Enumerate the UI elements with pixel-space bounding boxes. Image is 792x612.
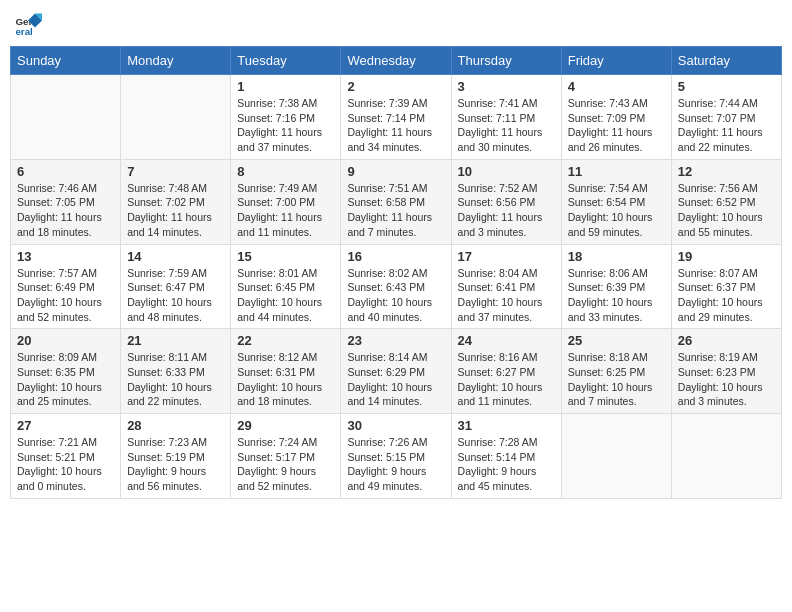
day-number: 16 — [347, 249, 444, 264]
day-info: Sunrise: 7:54 AMSunset: 6:54 PMDaylight:… — [568, 181, 665, 240]
day-number: 15 — [237, 249, 334, 264]
calendar-day-cell: 11Sunrise: 7:54 AMSunset: 6:54 PMDayligh… — [561, 159, 671, 244]
day-number: 3 — [458, 79, 555, 94]
day-info: Sunrise: 7:24 AMSunset: 5:17 PMDaylight:… — [237, 435, 334, 494]
day-number: 22 — [237, 333, 334, 348]
day-number: 2 — [347, 79, 444, 94]
calendar-table: SundayMondayTuesdayWednesdayThursdayFrid… — [10, 46, 782, 499]
day-info: Sunrise: 8:06 AMSunset: 6:39 PMDaylight:… — [568, 266, 665, 325]
day-info: Sunrise: 7:26 AMSunset: 5:15 PMDaylight:… — [347, 435, 444, 494]
calendar-day-cell: 17Sunrise: 8:04 AMSunset: 6:41 PMDayligh… — [451, 244, 561, 329]
calendar-day-cell — [561, 414, 671, 499]
day-of-week-header: Friday — [561, 47, 671, 75]
calendar-day-cell: 4Sunrise: 7:43 AMSunset: 7:09 PMDaylight… — [561, 75, 671, 160]
day-number: 26 — [678, 333, 775, 348]
svg-text:eral: eral — [15, 26, 33, 37]
calendar-day-cell: 31Sunrise: 7:28 AMSunset: 5:14 PMDayligh… — [451, 414, 561, 499]
day-info: Sunrise: 7:59 AMSunset: 6:47 PMDaylight:… — [127, 266, 224, 325]
day-info: Sunrise: 8:14 AMSunset: 6:29 PMDaylight:… — [347, 350, 444, 409]
calendar-day-cell: 7Sunrise: 7:48 AMSunset: 7:02 PMDaylight… — [121, 159, 231, 244]
day-number: 29 — [237, 418, 334, 433]
day-info: Sunrise: 8:18 AMSunset: 6:25 PMDaylight:… — [568, 350, 665, 409]
day-number: 23 — [347, 333, 444, 348]
day-info: Sunrise: 7:39 AMSunset: 7:14 PMDaylight:… — [347, 96, 444, 155]
calendar-day-cell — [11, 75, 121, 160]
day-info: Sunrise: 7:48 AMSunset: 7:02 PMDaylight:… — [127, 181, 224, 240]
day-number: 24 — [458, 333, 555, 348]
day-number: 4 — [568, 79, 665, 94]
calendar-day-cell: 2Sunrise: 7:39 AMSunset: 7:14 PMDaylight… — [341, 75, 451, 160]
day-number: 28 — [127, 418, 224, 433]
day-of-week-header: Wednesday — [341, 47, 451, 75]
day-number: 31 — [458, 418, 555, 433]
calendar-day-cell: 14Sunrise: 7:59 AMSunset: 6:47 PMDayligh… — [121, 244, 231, 329]
calendar-day-cell — [671, 414, 781, 499]
day-info: Sunrise: 8:16 AMSunset: 6:27 PMDaylight:… — [458, 350, 555, 409]
calendar-day-cell: 10Sunrise: 7:52 AMSunset: 6:56 PMDayligh… — [451, 159, 561, 244]
day-number: 30 — [347, 418, 444, 433]
day-number: 27 — [17, 418, 114, 433]
day-of-week-header: Sunday — [11, 47, 121, 75]
day-number: 12 — [678, 164, 775, 179]
day-info: Sunrise: 7:21 AMSunset: 5:21 PMDaylight:… — [17, 435, 114, 494]
day-number: 25 — [568, 333, 665, 348]
day-number: 5 — [678, 79, 775, 94]
day-info: Sunrise: 7:46 AMSunset: 7:05 PMDaylight:… — [17, 181, 114, 240]
day-number: 7 — [127, 164, 224, 179]
calendar-day-cell: 15Sunrise: 8:01 AMSunset: 6:45 PMDayligh… — [231, 244, 341, 329]
calendar-day-cell: 29Sunrise: 7:24 AMSunset: 5:17 PMDayligh… — [231, 414, 341, 499]
day-info: Sunrise: 7:23 AMSunset: 5:19 PMDaylight:… — [127, 435, 224, 494]
day-info: Sunrise: 7:38 AMSunset: 7:16 PMDaylight:… — [237, 96, 334, 155]
day-info: Sunrise: 8:01 AMSunset: 6:45 PMDaylight:… — [237, 266, 334, 325]
day-info: Sunrise: 8:07 AMSunset: 6:37 PMDaylight:… — [678, 266, 775, 325]
calendar-day-cell: 20Sunrise: 8:09 AMSunset: 6:35 PMDayligh… — [11, 329, 121, 414]
calendar-day-cell: 30Sunrise: 7:26 AMSunset: 5:15 PMDayligh… — [341, 414, 451, 499]
page-header: Gen eral — [10, 10, 782, 38]
calendar-day-cell: 27Sunrise: 7:21 AMSunset: 5:21 PMDayligh… — [11, 414, 121, 499]
day-of-week-header: Tuesday — [231, 47, 341, 75]
day-number: 11 — [568, 164, 665, 179]
day-info: Sunrise: 8:19 AMSunset: 6:23 PMDaylight:… — [678, 350, 775, 409]
day-number: 6 — [17, 164, 114, 179]
day-number: 17 — [458, 249, 555, 264]
calendar-day-cell: 9Sunrise: 7:51 AMSunset: 6:58 PMDaylight… — [341, 159, 451, 244]
day-info: Sunrise: 7:28 AMSunset: 5:14 PMDaylight:… — [458, 435, 555, 494]
calendar-day-cell: 12Sunrise: 7:56 AMSunset: 6:52 PMDayligh… — [671, 159, 781, 244]
day-info: Sunrise: 8:11 AMSunset: 6:33 PMDaylight:… — [127, 350, 224, 409]
calendar-day-cell: 13Sunrise: 7:57 AMSunset: 6:49 PMDayligh… — [11, 244, 121, 329]
calendar-day-cell: 22Sunrise: 8:12 AMSunset: 6:31 PMDayligh… — [231, 329, 341, 414]
day-number: 14 — [127, 249, 224, 264]
logo: Gen eral — [14, 10, 46, 38]
calendar-day-cell: 16Sunrise: 8:02 AMSunset: 6:43 PMDayligh… — [341, 244, 451, 329]
calendar-week-row: 13Sunrise: 7:57 AMSunset: 6:49 PMDayligh… — [11, 244, 782, 329]
calendar-week-row: 20Sunrise: 8:09 AMSunset: 6:35 PMDayligh… — [11, 329, 782, 414]
day-info: Sunrise: 8:02 AMSunset: 6:43 PMDaylight:… — [347, 266, 444, 325]
calendar-header-row: SundayMondayTuesdayWednesdayThursdayFrid… — [11, 47, 782, 75]
calendar-day-cell: 1Sunrise: 7:38 AMSunset: 7:16 PMDaylight… — [231, 75, 341, 160]
day-of-week-header: Saturday — [671, 47, 781, 75]
day-info: Sunrise: 7:44 AMSunset: 7:07 PMDaylight:… — [678, 96, 775, 155]
calendar-week-row: 27Sunrise: 7:21 AMSunset: 5:21 PMDayligh… — [11, 414, 782, 499]
day-info: Sunrise: 7:51 AMSunset: 6:58 PMDaylight:… — [347, 181, 444, 240]
day-number: 21 — [127, 333, 224, 348]
day-info: Sunrise: 7:49 AMSunset: 7:00 PMDaylight:… — [237, 181, 334, 240]
day-info: Sunrise: 7:56 AMSunset: 6:52 PMDaylight:… — [678, 181, 775, 240]
calendar-day-cell: 28Sunrise: 7:23 AMSunset: 5:19 PMDayligh… — [121, 414, 231, 499]
calendar-day-cell: 8Sunrise: 7:49 AMSunset: 7:00 PMDaylight… — [231, 159, 341, 244]
calendar-day-cell — [121, 75, 231, 160]
day-of-week-header: Thursday — [451, 47, 561, 75]
calendar-day-cell: 26Sunrise: 8:19 AMSunset: 6:23 PMDayligh… — [671, 329, 781, 414]
calendar-day-cell: 24Sunrise: 8:16 AMSunset: 6:27 PMDayligh… — [451, 329, 561, 414]
logo-icon: Gen eral — [14, 10, 42, 38]
day-of-week-header: Monday — [121, 47, 231, 75]
day-info: Sunrise: 8:12 AMSunset: 6:31 PMDaylight:… — [237, 350, 334, 409]
calendar-day-cell: 18Sunrise: 8:06 AMSunset: 6:39 PMDayligh… — [561, 244, 671, 329]
day-info: Sunrise: 7:43 AMSunset: 7:09 PMDaylight:… — [568, 96, 665, 155]
calendar-day-cell: 21Sunrise: 8:11 AMSunset: 6:33 PMDayligh… — [121, 329, 231, 414]
day-info: Sunrise: 7:57 AMSunset: 6:49 PMDaylight:… — [17, 266, 114, 325]
day-info: Sunrise: 7:52 AMSunset: 6:56 PMDaylight:… — [458, 181, 555, 240]
day-number: 9 — [347, 164, 444, 179]
day-number: 20 — [17, 333, 114, 348]
calendar-week-row: 6Sunrise: 7:46 AMSunset: 7:05 PMDaylight… — [11, 159, 782, 244]
day-info: Sunrise: 8:04 AMSunset: 6:41 PMDaylight:… — [458, 266, 555, 325]
